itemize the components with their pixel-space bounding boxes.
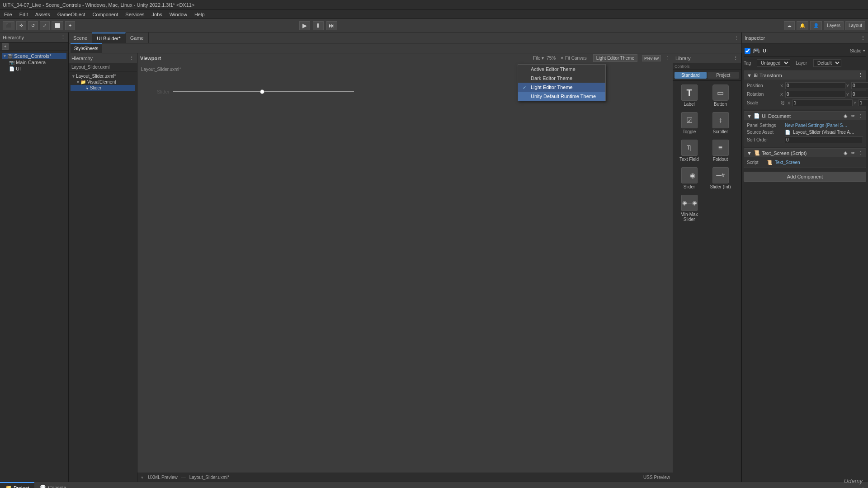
bottom-panel-options[interactable]: ⋮: [858, 485, 868, 488]
menu-services[interactable]: Services: [124, 12, 146, 17]
text-screen-more-icon[interactable]: ⋮: [859, 150, 863, 155]
hierarchy-menu-icon[interactable]: ⋮: [61, 34, 66, 40]
layers-btn[interactable]: Layers: [824, 21, 844, 30]
slider-track[interactable]: [173, 91, 354, 92]
lib-item-label[interactable]: T Label: [675, 83, 704, 108]
add-hierarchy-btn[interactable]: +: [2, 43, 9, 50]
uxml-preview-label[interactable]: UXML Preview: [148, 475, 178, 480]
ui-doc-edit-icon[interactable]: ✏: [851, 113, 855, 118]
rotation-x-input[interactable]: [785, 91, 845, 98]
lib-tab-project[interactable]: Project: [708, 72, 740, 79]
tab-uibuilder[interactable]: UI Builder*: [92, 33, 126, 43]
lib-item-slider-int[interactable]: —# Slider (Int): [706, 165, 735, 191]
menu-jobs[interactable]: Jobs: [151, 12, 164, 17]
pause-button[interactable]: ⏸: [313, 21, 324, 30]
menu-file[interactable]: File: [3, 12, 14, 17]
transform-section-header[interactable]: ▼ ⊞ Transform ⋮: [744, 71, 866, 80]
text-screen-icon: 📜: [754, 150, 760, 156]
udemy-logo: Udemy: [844, 478, 863, 484]
uss-preview-btn[interactable]: USS Preview: [643, 475, 670, 480]
hierarchy-item-camera[interactable]: 📷 Main Camera: [2, 59, 66, 66]
toolbar-right: ☁ 🔔 👤 Layers Layout: [784, 21, 865, 30]
theme-dropdown-btn[interactable]: Light Editor Theme: [593, 54, 637, 62]
file-dropdown-btn[interactable]: File ▾: [533, 56, 544, 61]
viewport-options-icon[interactable]: ⋮: [665, 56, 670, 61]
rotation-y-input[interactable]: [851, 91, 868, 98]
tab-scene[interactable]: Scene: [69, 33, 92, 43]
tag-dropdown[interactable]: Untagged: [757, 59, 790, 67]
lib-item-slider[interactable]: —◉ Slider: [675, 165, 704, 191]
scale-x-input[interactable]: [793, 99, 853, 106]
menu-help[interactable]: Help: [193, 12, 206, 17]
fit-canvas-btn[interactable]: ✦ Fit Canvas: [560, 56, 587, 61]
step-button[interactable]: ⏭: [326, 21, 337, 30]
transform-tool-btn[interactable]: ⬛: [3, 21, 14, 30]
layout-btn[interactable]: Layout: [845, 21, 865, 30]
play-button[interactable]: ▶: [299, 21, 310, 30]
scale-tool-btn[interactable]: ⤢: [40, 21, 50, 30]
object-active-checkbox[interactable]: [745, 48, 750, 54]
ub-tree-root[interactable]: ▼ Layout_Slider.uxml*: [71, 73, 135, 79]
lib-item-toggle[interactable]: ☑ Toggle: [675, 110, 704, 136]
uibuilder-viewport: Viewport File ▾ 75% ✦ Fit Canvas Light E…: [137, 53, 673, 482]
menu-component[interactable]: Component: [91, 12, 119, 17]
lib-item-scroller[interactable]: ↕ Scroller: [706, 110, 735, 136]
scale-y-input[interactable]: [859, 99, 868, 106]
theme-option-active[interactable]: Active Editor Theme: [518, 65, 605, 74]
theme-option-light[interactable]: ✓ Light Editor Theme: [518, 83, 605, 92]
static-dropdown-icon[interactable]: ▾: [863, 48, 865, 53]
transform-section: ▼ ⊞ Transform ⋮ Position X: [744, 70, 866, 109]
ui-doc-active-icon[interactable]: ◉: [844, 113, 848, 118]
rotate-tool-btn[interactable]: ↺: [28, 21, 38, 30]
position-y-input[interactable]: [851, 82, 868, 89]
ub-hierarchy-menu-icon[interactable]: ⋮: [129, 55, 134, 61]
collab-btn[interactable]: ☁: [784, 21, 795, 30]
transform-more-icon[interactable]: ⋮: [858, 72, 863, 78]
menu-assets[interactable]: Assets: [34, 12, 52, 17]
bottom-tab-console[interactable]: 💬 Console: [34, 482, 71, 488]
account-btn[interactable]: 👤: [810, 21, 822, 30]
theme-option-dark[interactable]: Dark Editor Theme: [518, 74, 605, 83]
menu-gameobject[interactable]: GameObject: [56, 12, 87, 17]
object-name[interactable]: UI: [763, 48, 848, 53]
text-screen-edit-icon[interactable]: ✏: [851, 150, 855, 155]
move-tool-btn[interactable]: ✛: [16, 21, 26, 30]
lib-item-textfield[interactable]: T| Text Field: [675, 138, 704, 164]
rect-tool-btn[interactable]: ⬜: [52, 21, 63, 30]
hierarchy-item-scene[interactable]: ▼ 🎬 Scene_Controls*: [2, 53, 66, 59]
menu-edit[interactable]: Edit: [18, 12, 29, 17]
scale-link-icon[interactable]: ⛓: [780, 100, 787, 105]
script-icon: 📜: [767, 160, 772, 165]
hierarchy-tree: ▼ 🎬 Scene_Controls* 📷 Main Camera 📄 UI: [0, 51, 68, 482]
custom-tool-btn[interactable]: ✦: [65, 21, 75, 30]
lib-item-foldout[interactable]: ≡ Foldout: [706, 138, 735, 164]
tab-game[interactable]: Game: [126, 33, 149, 43]
theme-option-runtime[interactable]: Unity Default Runtime Theme: [518, 92, 605, 101]
lib-label-text: Label: [684, 102, 694, 107]
camera-name: Main Camera: [16, 60, 46, 65]
text-screen-active-icon[interactable]: ◉: [844, 150, 848, 155]
lib-item-minmax-slider[interactable]: ◉—◉ Min-Max Slider: [675, 193, 704, 224]
ub-tree-slider[interactable]: ↳ Slider: [71, 85, 135, 91]
tab-options-icon[interactable]: ⋮: [731, 35, 741, 40]
preview-btn[interactable]: Preview: [642, 55, 661, 61]
layer-dropdown[interactable]: Default: [813, 59, 841, 67]
lib-item-button[interactable]: ▭ Button: [706, 83, 735, 108]
tab-stylesheets[interactable]: StyleSheets: [71, 43, 102, 53]
library-menu-icon[interactable]: ⋮: [733, 55, 738, 61]
ui-doc-more-icon[interactable]: ⋮: [859, 113, 863, 118]
cloud-btn[interactable]: 🔔: [797, 21, 808, 30]
hierarchy-item-ui[interactable]: 📄 UI: [2, 66, 66, 72]
menu-window[interactable]: Window: [168, 12, 189, 17]
text-screen-section: ▼ 📜 Text_Screen (Script) ◉ ✏ ⋮ Script 📜 …: [744, 148, 866, 168]
sort-order-input[interactable]: [785, 136, 863, 143]
ub-tree-visual-element[interactable]: ▼ 📁 VisualElement: [71, 79, 135, 85]
bottom-tab-project[interactable]: 📁 Project: [0, 482, 34, 488]
inspector-options-icon[interactable]: ⋮: [861, 35, 865, 40]
ui-document-header[interactable]: ▼ 📄 UI Document ◉ ✏ ⋮: [744, 112, 866, 120]
add-component-button[interactable]: Add Component: [744, 172, 866, 182]
position-x-input[interactable]: [785, 82, 845, 89]
lib-tab-standard[interactable]: Standard: [675, 72, 707, 79]
slider-thumb[interactable]: [260, 89, 264, 94]
text-screen-header[interactable]: ▼ 📜 Text_Screen (Script) ◉ ✏ ⋮: [744, 149, 866, 157]
